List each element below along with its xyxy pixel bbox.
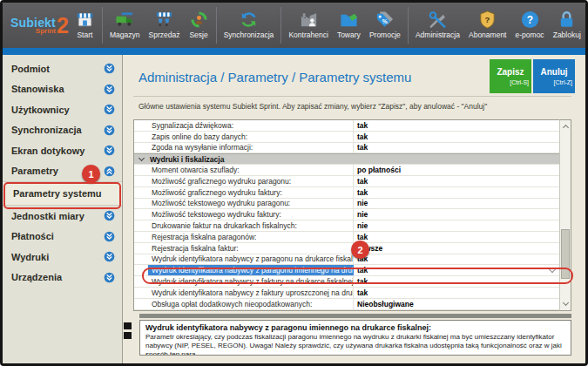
row-indent	[134, 132, 148, 142]
row-indent	[134, 299, 148, 309]
sync-arrows-icon	[239, 10, 259, 30]
help-circle-icon: ?	[520, 10, 540, 30]
param-row[interactable]: Rejestracja fiskalna faktur:zawsze	[134, 243, 559, 254]
param-row[interactable]: Wydruk identyfikatora nabywcy z faktury …	[134, 276, 559, 288]
param-label: Możliwość graficznego wydruku paragonu:	[148, 176, 354, 186]
splitter-handle[interactable]	[139, 314, 571, 318]
description-title: Wydruk identyfikatora nabywcy z paragonu…	[145, 323, 565, 332]
sidebar-item-synchronizacja[interactable]: Synchronizacja	[3, 120, 122, 141]
row-indent	[134, 254, 148, 265]
sidebar: PodmiotStanowiskaUżytkownicySynchronizac…	[3, 55, 123, 363]
param-value: tak	[354, 143, 559, 153]
param-value: po płatności	[354, 165, 559, 175]
param-row[interactable]: Zapis online do bazy danych:tak	[134, 132, 559, 143]
toolbar-item-administracja[interactable]: Administracja	[414, 7, 462, 44]
scroll-down-icon[interactable]	[563, 302, 569, 308]
toolbar-item-label: Abonament	[469, 30, 506, 39]
toolbar-item-zablokuj[interactable]: Zablokuj	[551, 7, 583, 44]
param-row[interactable]: Drukowanie faktur na drukarkach fiskalny…	[134, 220, 559, 232]
chevron-down-circle-icon[interactable]	[104, 145, 115, 156]
sidebar-item-label: Stanowiska	[11, 84, 104, 94]
sidebar-item-podmiot[interactable]: Podmiot	[3, 58, 122, 79]
sidebar-item-wydruki[interactable]: Wydruki	[3, 247, 122, 268]
toolbar-item-start[interactable]: Start	[73, 7, 97, 44]
sidebar-item-parametry[interactable]: Parametry	[3, 161, 122, 182]
sidebar-item-label: Wydruki	[11, 252, 104, 262]
toolbar-item-promocje[interactable]: %Promocje	[368, 7, 402, 44]
param-label: Wydruk identyfikatora nabywcy z paragonu…	[148, 265, 354, 275]
param-row[interactable]: Możliwość graficznego wydruku paragonu:t…	[134, 176, 559, 187]
param-value: tak	[354, 187, 559, 198]
param-label: Drukowanie faktur na drukarkach fiskalny…	[148, 220, 354, 231]
param-label: Moment otwarcia szuflady:	[148, 165, 354, 175]
param-row[interactable]: Moment otwarcia szuflady:po płatności	[134, 165, 559, 176]
collapse-chevron-icon[interactable]	[134, 154, 148, 164]
toolbar-item-sprzedaz[interactable]: Sprzedaż	[147, 7, 182, 44]
toolbar-item-magazyn[interactable]: Magazyn	[108, 7, 142, 44]
chevron-down-circle-icon[interactable]	[104, 231, 115, 242]
row-indent	[134, 120, 148, 131]
chevron-down-circle-icon[interactable]	[104, 104, 115, 115]
row-indent	[134, 165, 148, 175]
chevron-up-circle-icon[interactable]	[104, 166, 115, 177]
sidebar-item-jednostki-miary[interactable]: Jednostki miary	[3, 206, 122, 227]
row-indent	[134, 143, 148, 153]
save-button-shortcut: [Ctrl-S]	[510, 79, 529, 85]
chevron-down-circle-icon[interactable]	[104, 125, 115, 136]
toolbar-item-towary[interactable]: Towary	[335, 7, 362, 44]
param-label: Wydruk identyfikatora nabywcy z faktury …	[148, 276, 354, 287]
sidebar-item-platnosci[interactable]: Płatności	[3, 227, 122, 247]
param-value: nie	[354, 199, 559, 209]
toolbar-item-label: Towary	[337, 30, 361, 39]
row-indent	[134, 232, 148, 242]
splitter-grip-square	[124, 322, 132, 329]
param-row[interactable]: Możliwość tekstowego wydruku faktury:nie	[134, 209, 559, 220]
param-row[interactable]: Zgoda na wysyłanie informacji:tak	[134, 143, 559, 154]
section-label: Wydruki i fiskalizacja	[148, 154, 559, 164]
param-row[interactable]: Możliwość tekstowego wydruku paragonu:ni…	[134, 199, 559, 210]
param-row[interactable]: Wydruk identyfikatora nabywcy z paragonu…	[134, 254, 559, 266]
sidebar-item-urzadzenia[interactable]: Urządzenia	[3, 268, 122, 288]
vertical-scrollbar[interactable]	[559, 119, 571, 311]
sidebar-item-ekran-dotykowy[interactable]: Ekran dotykowy	[3, 140, 122, 161]
param-row[interactable]: Wydruk identyfikatora nabywcy z faktury …	[134, 288, 559, 299]
toolbar-item-sesje[interactable]: Sesje	[187, 7, 211, 44]
param-row[interactable]: Obsługa opłat dodatkowych nieopodatkowan…	[134, 299, 559, 310]
toolbar-separator	[408, 7, 409, 44]
param-section-row[interactable]: Wydruki i fiskalizacja	[134, 153, 559, 165]
toolbar-item-abonament[interactable]: ?Abonament	[467, 7, 508, 44]
param-label: Możliwość tekstowego wydruku paragonu:	[148, 199, 354, 209]
toolbar-item-epomoc[interactable]: ?e-pomoc	[514, 7, 546, 44]
param-row[interactable]: Sygnalizacja dźwiękowa:tak	[134, 120, 559, 132]
toolbar-item-label: Start	[77, 30, 92, 39]
param-row[interactable]: Możliwość graficznego wydruku faktury:ta…	[134, 187, 559, 199]
row-indent	[134, 176, 148, 186]
chevron-down-circle-icon[interactable]	[104, 210, 115, 221]
dropdown-chevron-icon[interactable]	[549, 266, 556, 273]
param-label: Wydruk identyfikatora nabywcy z faktury …	[148, 288, 354, 298]
sidebar-item-parametry-systemu[interactable]: Parametry systemu	[3, 181, 122, 206]
scrollbar-thumb[interactable]	[561, 229, 570, 279]
chevron-down-circle-icon[interactable]	[104, 251, 115, 262]
svg-text:?: ?	[485, 15, 490, 24]
toolbar-items: StartMagazynSprzedażSesjeSynchronizacjaK…	[73, 3, 583, 48]
param-row[interactable]: Wydruk identyfikatora nabywcy z paragonu…	[134, 265, 559, 276]
cancel-button[interactable]: Anuluj [Ctrl-Z]	[533, 59, 575, 93]
toolbar-item-label: Administracja	[416, 30, 460, 39]
padlock-icon	[557, 10, 577, 30]
sidebar-item-uzytkownicy[interactable]: Użytkownicy	[3, 99, 122, 120]
save-button[interactable]: Zapisz [Ctrl-S]	[490, 59, 531, 93]
chevron-down-circle-icon[interactable]	[104, 63, 115, 74]
sidebar-item-stanowiska[interactable]: Stanowiska	[3, 79, 122, 100]
row-indent	[134, 288, 148, 298]
scrollbar-track[interactable]	[560, 129, 571, 302]
toolbar-item-label: Magazyn	[110, 30, 140, 39]
toolbar-item-synchronizacja[interactable]: Synchronizacja	[222, 7, 276, 44]
toolbar-item-kontrahenci[interactable]: Kontrahenci	[287, 7, 329, 44]
param-value: tak	[354, 276, 559, 287]
row-indent	[134, 276, 148, 287]
scroll-up-icon[interactable]	[563, 123, 569, 129]
chevron-down-circle-icon[interactable]	[104, 84, 115, 95]
param-row[interactable]: Rejestracja fiskalna paragonów:tak	[134, 232, 559, 243]
chevron-down-circle-icon[interactable]	[104, 272, 115, 283]
